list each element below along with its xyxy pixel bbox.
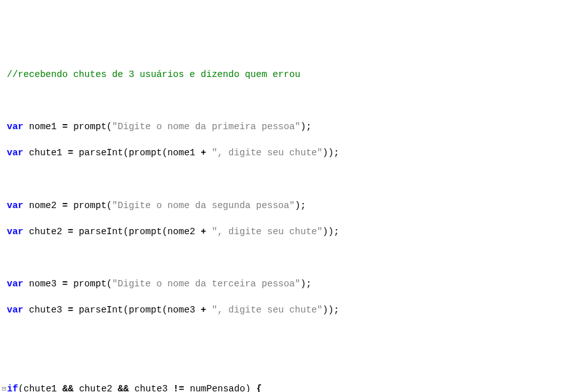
comment: //recebendo chutes de 3 usuários e dizen… xyxy=(7,69,300,80)
code-line: var nome2 = prompt("Digite o nome da seg… xyxy=(1,199,562,213)
code-line: var chute1 = parseInt(prompt(nome1 + ", … xyxy=(1,146,562,160)
keyword-var: var xyxy=(7,227,24,237)
keyword-var: var xyxy=(7,305,24,315)
fold-line: ⊟if(chute1 && chute2 && chute3 != numPen… xyxy=(1,382,562,392)
keyword-if: if xyxy=(7,384,18,392)
blank-line xyxy=(1,94,562,108)
code-line: var chute2 = parseInt(prompt(nome2 + ", … xyxy=(1,225,562,239)
code-line: var chute3 = parseInt(prompt(nome3 + ", … xyxy=(1,304,562,317)
code-line: var nome1 = prompt("Digite o nome da pri… xyxy=(1,120,562,134)
blank-line xyxy=(1,251,562,265)
blank-line xyxy=(1,356,562,370)
keyword-var: var xyxy=(7,200,24,211)
blank-line xyxy=(1,330,562,343)
keyword-var: var xyxy=(7,148,24,158)
fold-open-icon[interactable]: ⊟ xyxy=(1,384,7,392)
code-line: //recebendo chutes de 3 usuários e dizen… xyxy=(1,68,562,81)
blank-line xyxy=(1,173,562,186)
keyword-var: var xyxy=(7,122,24,132)
keyword-var: var xyxy=(7,279,24,289)
code-line: var nome3 = prompt("Digite o nome da ter… xyxy=(1,277,562,291)
code-editor: //recebendo chutes de 3 usuários e dizen… xyxy=(1,55,562,392)
